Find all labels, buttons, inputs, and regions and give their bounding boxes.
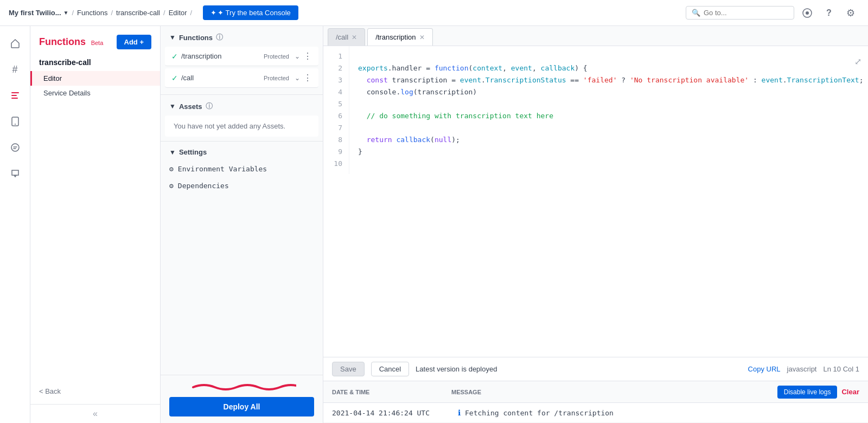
function-chevron-transcription[interactable]: ⌄ — [295, 53, 300, 60]
left-panel-header: Functions Beta Add + — [30, 26, 160, 54]
function-badge-call: Protected — [264, 75, 289, 81]
function-item-transcription: ✓ /transcription Protected ⌄ ⋮ — [165, 47, 318, 66]
svg-point-7 — [11, 144, 19, 151]
code-line-2: exports.handler = function(context, even… — [358, 62, 863, 74]
log-row: 2021-04-14 21:46:24 UTC ℹ Fetching conte… — [323, 403, 868, 423]
tab-transcription-close[interactable]: ✕ — [419, 34, 425, 41]
bug-icon-button[interactable] — [799, 4, 816, 22]
svg-point-6 — [15, 124, 16, 125]
functions-section-label: Functions — [179, 34, 213, 42]
main-layout: Functions Beta Add + transcribe-call Edi… — [30, 26, 868, 423]
assets-chevron-icon: ▼ — [169, 102, 176, 110]
disable-live-logs-button[interactable]: Disable live logs — [777, 386, 838, 399]
back-button[interactable]: < Back — [30, 383, 160, 400]
collapse-icon[interactable]: « — [93, 409, 98, 419]
svg-point-1 — [806, 11, 809, 15]
function-chevron-call[interactable]: ⌄ — [295, 74, 300, 82]
functions-info-icon: ⓘ — [216, 33, 223, 42]
assets-empty-text: You have not yet added any Assets. — [165, 116, 318, 137]
code-line-1 — [358, 50, 863, 62]
assets-section-label: Assets — [179, 102, 202, 111]
function-item-call: ✓ /call Protected ⌄ ⋮ — [165, 68, 318, 88]
top-nav: My first Twilio... ▼ / Functions / trans… — [0, 0, 868, 26]
help-icon-button[interactable]: ? — [820, 4, 838, 22]
function-menu-transcription[interactable]: ⋮ — [303, 51, 312, 61]
search-bar[interactable]: 🔍 — [686, 6, 794, 20]
code-content[interactable]: exports.handler = function(context, even… — [349, 46, 868, 174]
tab-call-close[interactable]: ✕ — [352, 34, 357, 41]
function-name-transcription: /transcription — [181, 52, 260, 60]
tab-call[interactable]: /call ✕ — [328, 28, 365, 46]
log-panel: DATE & TIME MESSAGE Disable live logs Cl… — [323, 381, 868, 423]
nav-editor[interactable]: Editor — [30, 71, 160, 86]
log-message: ℹ Fetching content for /transcription — [458, 408, 859, 417]
search-icon: 🔍 — [692, 9, 700, 17]
log-date: 2021-04-14 21:46:24 UTC — [332, 409, 451, 417]
copy-url-button[interactable]: Copy URL — [748, 365, 781, 373]
settings-icon-button[interactable]: ⚙ — [842, 4, 859, 22]
language-indicator: javascript — [787, 365, 817, 373]
check-icon-transcription: ✓ — [171, 52, 178, 61]
functions-section-header[interactable]: ▼ Functions ⓘ — [161, 26, 323, 47]
functions-title: Functions Beta — [39, 36, 103, 48]
sidebar-home-button[interactable] — [4, 33, 26, 54]
tab-transcription[interactable]: /transcription ✕ — [367, 28, 432, 46]
function-badge-transcription: Protected — [264, 53, 289, 60]
cursor-position: Ln 10 Col 1 — [824, 365, 860, 373]
code-line-10 — [358, 158, 863, 170]
code-line-7 — [358, 122, 863, 134]
function-menu-call[interactable]: ⋮ — [303, 73, 312, 83]
env-gear-icon: ⚙ — [169, 165, 174, 173]
log-header: DATE & TIME MESSAGE Disable live logs Cl… — [323, 381, 868, 403]
svg-rect-4 — [11, 98, 18, 99]
cancel-button[interactable]: Cancel — [371, 362, 409, 376]
code-line-3: const transcription = event.Transcriptio… — [358, 74, 863, 86]
settings-chevron-icon: ▼ — [169, 149, 176, 156]
left-panel: Functions Beta Add + transcribe-call Edi… — [30, 26, 161, 423]
editor-tabs: /call ✕ /transcription ✕ — [323, 26, 868, 46]
beta-icon: ✦ — [210, 9, 216, 17]
assets-section-header[interactable]: ▼ Assets ⓘ — [161, 95, 323, 116]
deps-gear-icon: ⚙ — [169, 182, 174, 190]
sidebar-hash-button[interactable]: # — [4, 59, 26, 80]
log-actions: Disable live logs Clear — [777, 386, 859, 399]
function-name-call: /call — [181, 74, 260, 82]
add-button[interactable]: Add + — [117, 35, 151, 49]
middle-panel: ▼ Functions ⓘ ✓ /transcription Protected… — [161, 26, 323, 423]
log-col-msg-label: MESSAGE — [451, 389, 777, 395]
save-button[interactable]: Save — [332, 362, 365, 376]
settings-section-header[interactable]: ▼ Settings — [161, 142, 323, 161]
code-line-8: return callback(null); — [358, 134, 863, 146]
deploy-all-button[interactable]: Deploy All — [169, 397, 314, 416]
code-line-9: } — [358, 146, 863, 158]
code-line-6: // do something with transcription text … — [358, 110, 863, 122]
sidebar-comments-button[interactable] — [4, 163, 26, 184]
search-input[interactable] — [704, 9, 780, 17]
sidebar-icons: # — [0, 26, 30, 423]
breadcrumb: My first Twilio... ▼ / Functions / trans… — [9, 9, 192, 17]
beta-console-button[interactable]: ✦ ✦ Try the beta Console — [203, 5, 298, 20]
breadcrumb-editor[interactable]: Editor — [169, 9, 187, 17]
nav-service-details[interactable]: Service Details — [30, 86, 160, 100]
breadcrumb-functions[interactable]: Functions — [77, 9, 107, 17]
check-icon-call: ✓ — [171, 74, 178, 82]
code-line-5 — [358, 98, 863, 110]
functions-chevron-icon: ▼ — [169, 34, 176, 41]
deploy-scribble — [169, 382, 314, 393]
breadcrumb-service[interactable]: transcribe-call — [116, 9, 160, 17]
expand-icon[interactable]: ⤢ — [854, 56, 861, 67]
editor-status-bar: Save Cancel Latest version is deployed C… — [323, 357, 868, 381]
sidebar-functions-button[interactable] — [4, 85, 26, 106]
sidebar-phone-button[interactable] — [4, 111, 26, 132]
clear-button[interactable]: Clear — [841, 388, 859, 396]
code-area: 12345 678910 exports.handler = function(… — [323, 46, 868, 357]
env-variables-link[interactable]: ⚙ Environment Variables — [161, 161, 323, 177]
deploy-status-text: Latest version is deployed — [416, 365, 742, 373]
sidebar-chat-button[interactable] — [4, 137, 26, 158]
app-name[interactable]: My first Twilio... ▼ — [9, 9, 68, 17]
service-name: transcribe-call — [30, 54, 160, 71]
line-numbers: 12345 678910 — [323, 46, 349, 174]
gear-icon: ⚙ — [846, 7, 855, 19]
dependencies-link[interactable]: ⚙ Dependencies — [161, 177, 323, 194]
settings-section-label: Settings — [179, 148, 207, 156]
